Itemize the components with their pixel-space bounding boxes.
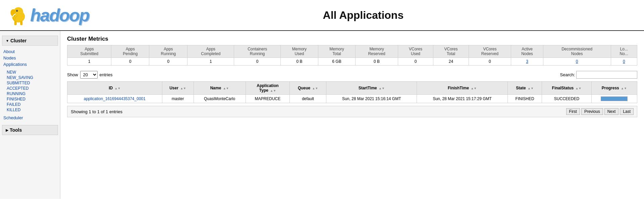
search-area: Search: [560, 71, 637, 79]
showing-entries-text: Showing 1 to 1 of 1 entries [71, 109, 122, 114]
show-entries-control: Show 20 50 100 entries [67, 71, 113, 79]
sidebar-item-applications[interactable]: Applications [3, 61, 57, 68]
svg-point-4 [17, 10, 17, 11]
metric-col-apps-completed: AppsCompleted [187, 45, 234, 58]
metric-val-vcores-reserved: 0 [469, 58, 511, 66]
metric-col-memory-total: MemoryTotal [318, 45, 356, 58]
metric-val-active-nodes: 3 [511, 58, 543, 66]
metric-col-vcores-reserved: VCoresReserved [469, 45, 511, 58]
previous-button[interactable]: Previous [581, 108, 603, 115]
search-input[interactable] [576, 71, 637, 79]
metric-col-memory-used: MemoryUsed [281, 45, 318, 58]
cell-user: master [162, 95, 194, 103]
col-id[interactable]: ID ▲▼ [67, 82, 162, 95]
lost-nodes-link[interactable]: 0 [623, 59, 625, 64]
metric-col-active-nodes: ActiveNodes [511, 45, 543, 58]
col-user[interactable]: User ▲▼ [162, 82, 194, 95]
sidebar-item-new[interactable]: NEW [7, 70, 58, 75]
metric-col-lost-nodes: Lo...No... [611, 45, 637, 58]
table-row: application_1616944435374_0001 master Qu… [67, 95, 637, 103]
cluster-metrics-table: AppsSubmitted AppsPending AppsRunning Ap… [67, 45, 637, 66]
queue-sort-icon: ▲▼ [312, 87, 318, 90]
start-time-sort-icon: ▲▼ [379, 87, 385, 90]
cell-queue: default [290, 95, 326, 103]
cell-app-type: MAPREDUCE [246, 95, 290, 103]
progress-sort-icon: ▲▼ [621, 87, 627, 90]
header: hadoop All Applications [0, 0, 644, 31]
cell-state: FINISHED [507, 95, 542, 103]
app-subnav: NEW NEW_SAVING SUBMITTED ACCEPTED RUNNIN… [0, 69, 60, 113]
user-sort-icon: ▲▼ [180, 87, 186, 90]
sidebar-item-new-saving[interactable]: NEW_SAVING [7, 75, 58, 80]
sidebar-item-finished[interactable]: FINISHED [7, 96, 58, 102]
sidebar-item-running[interactable]: RUNNING [7, 91, 58, 96]
sidebar-item-about[interactable]: About [3, 48, 57, 55]
col-finish-time[interactable]: FinishTime ▲▼ [417, 82, 507, 95]
cell-final-status: SUCCEEDED [542, 95, 591, 103]
metric-val-vcores-total: 24 [433, 58, 469, 66]
metric-val-apps-running: 0 [149, 58, 187, 66]
logo-text: hadoop [30, 5, 89, 25]
content: Cluster Metrics AppsSubmitted AppsPendin… [60, 31, 644, 199]
finish-time-sort-icon: ▲▼ [471, 87, 477, 90]
table-controls: Show 20 50 100 entries Search: [67, 71, 637, 79]
col-final-status[interactable]: FinalStatus ▲▼ [542, 82, 591, 95]
last-button[interactable]: Last [620, 108, 634, 115]
metric-col-containers-running: ContainersRunning [234, 45, 281, 58]
cell-progress [591, 95, 637, 103]
main-layout: ▼ Cluster About Nodes Applications NEW N… [0, 31, 644, 199]
cell-id: application_1616944435374_0001 [67, 95, 162, 103]
cluster-metrics-title: Cluster Metrics [67, 36, 637, 42]
active-nodes-link[interactable]: 3 [526, 59, 528, 64]
col-start-time[interactable]: StartTime ▲▼ [326, 82, 417, 95]
cell-start-time: Sun, 28 Mar 2021 15:16:14 GMT [326, 95, 417, 103]
pagination-buttons: First Previous Next Last [566, 108, 634, 115]
svg-rect-6 [20, 21, 22, 25]
state-sort-icon: ▲▼ [528, 87, 534, 90]
decommissioned-nodes-link[interactable]: 0 [576, 59, 578, 64]
cell-finish-time: Sun, 28 Mar 2021 15:17:29 GMT [417, 95, 507, 103]
app-id-link[interactable]: application_1616944435374_0001 [84, 96, 146, 101]
show-label: Show [67, 72, 78, 77]
sidebar-item-killed[interactable]: KILLED [7, 107, 58, 113]
metric-val-memory-total: 6 GB [318, 58, 356, 66]
cluster-nav: About Nodes Applications [0, 47, 60, 69]
metric-val-memory-used: 0 B [281, 58, 318, 66]
metric-val-vcores-used: 0 [398, 58, 433, 66]
hadoop-elephant-icon [7, 3, 30, 27]
tools-section-header[interactable]: ▶ Tools [2, 125, 58, 135]
svg-rect-5 [14, 21, 17, 25]
applications-table: ID ▲▼ User ▲▼ Name ▲▼ ApplicationType ▲▼… [67, 81, 637, 103]
name-sort-icon: ▲▼ [223, 87, 229, 90]
next-button[interactable]: Next [604, 108, 619, 115]
sidebar-item-failed[interactable]: FAILED [7, 102, 58, 107]
sidebar-item-accepted[interactable]: ACCEPTED [7, 86, 58, 91]
metric-col-vcores-total: VCoresTotal [433, 45, 469, 58]
final-status-sort-icon: ▲▼ [576, 87, 582, 90]
show-entries-select[interactable]: 20 50 100 [80, 71, 98, 79]
col-queue[interactable]: Queue ▲▼ [290, 82, 326, 95]
col-state[interactable]: State ▲▼ [507, 82, 542, 95]
sidebar-item-submitted[interactable]: SUBMITTED [7, 80, 58, 86]
col-name[interactable]: Name ▲▼ [194, 82, 246, 95]
col-app-type[interactable]: ApplicationType ▲▼ [246, 82, 290, 95]
metric-val-apps-pending: 0 [111, 58, 149, 66]
entries-label: entries [100, 72, 113, 77]
metric-col-memory-reserved: MemoryReserved [356, 45, 398, 58]
sidebar-item-nodes[interactable]: Nodes [3, 55, 57, 61]
page-title: All Applications [89, 9, 637, 22]
search-label: Search: [560, 72, 575, 77]
logo-area: hadoop [7, 3, 89, 27]
metric-val-apps-completed: 1 [187, 58, 234, 66]
cluster-section-header[interactable]: ▼ Cluster [2, 36, 58, 46]
apps-table-header-row: ID ▲▼ User ▲▼ Name ▲▼ ApplicationType ▲▼… [67, 82, 637, 95]
metric-col-decommissioned-nodes: DecommissionedNodes [543, 45, 611, 58]
first-button[interactable]: First [566, 108, 580, 115]
metric-val-apps-submitted: 1 [67, 58, 111, 66]
sidebar-item-scheduler[interactable]: Scheduler [3, 115, 57, 121]
id-sort-icon: ▲▼ [115, 87, 121, 90]
metric-col-apps-pending: AppsPending [111, 45, 149, 58]
page-title-area: All Applications [89, 9, 637, 22]
metric-val-containers-running: 0 [234, 58, 281, 66]
col-progress[interactable]: Progress ▲▼ [591, 82, 637, 95]
